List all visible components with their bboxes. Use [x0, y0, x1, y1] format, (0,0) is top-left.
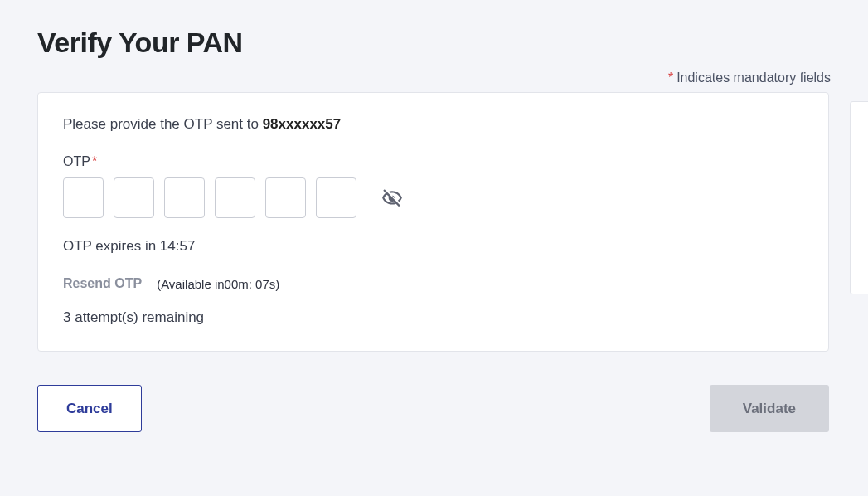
attempts-remaining: 3 attempt(s) remaining	[63, 309, 803, 326]
masked-phone: 98xxxxxx57	[263, 116, 342, 132]
required-asterisk: *	[92, 154, 97, 168]
action-bar: Cancel Validate	[37, 385, 829, 432]
resend-row: Resend OTP (Available in00m: 07s)	[63, 276, 803, 291]
mandatory-fields-text: Indicates mandatory fields	[676, 71, 831, 85]
cancel-button[interactable]: Cancel	[37, 385, 142, 432]
otp-digit-2[interactable]	[114, 177, 154, 218]
otp-digit-6[interactable]	[316, 177, 356, 218]
eye-off-icon[interactable]	[381, 187, 403, 209]
asterisk-icon: *	[668, 71, 673, 85]
resend-otp-link: Resend OTP	[63, 276, 142, 291]
expires-time: 14:57	[160, 238, 196, 254]
expires-prefix: OTP expires in	[63, 238, 160, 254]
otp-field-label: OTP*	[63, 154, 803, 169]
otp-prompt-prefix: Please provide the OTP sent to	[63, 116, 263, 132]
validate-button[interactable]: Validate	[710, 385, 829, 432]
otp-prompt: Please provide the OTP sent to 98xxxxxx5…	[63, 116, 803, 133]
otp-expires: OTP expires in 14:57	[63, 238, 803, 255]
mandatory-fields-note: *Indicates mandatory fields	[37, 71, 831, 85]
otp-digit-5[interactable]	[265, 177, 306, 218]
resend-availability: (Available in00m: 07s)	[157, 277, 279, 291]
otp-digit-1[interactable]	[63, 177, 104, 218]
otp-input-row	[63, 177, 803, 218]
adjacent-card-sliver	[850, 101, 868, 294]
otp-digit-3[interactable]	[164, 177, 205, 218]
otp-digit-4[interactable]	[215, 177, 255, 218]
page-title: Verify Your PAN	[37, 27, 831, 59]
otp-card: Please provide the OTP sent to 98xxxxxx5…	[37, 92, 829, 352]
